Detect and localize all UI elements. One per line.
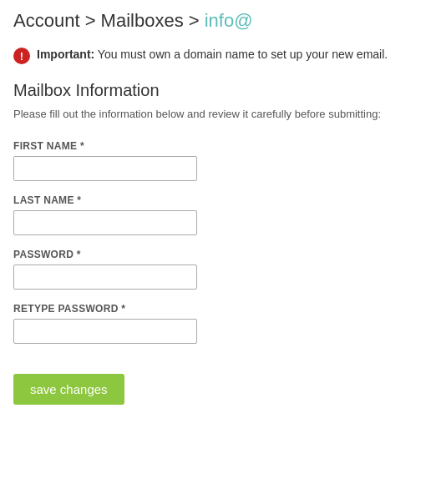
breadcrumb-account: Account (13, 10, 80, 31)
password-group: PASSWORD * (13, 249, 418, 290)
breadcrumb-current: info@ (205, 10, 253, 31)
password-input[interactable] (13, 265, 197, 290)
important-notice: ! Important: You must own a domain name … (13, 47, 418, 64)
retype-password-group: RETYPE PASSWORD * (13, 303, 418, 344)
breadcrumb-mailboxes: Mailboxes (101, 10, 184, 31)
last-name-input[interactable] (13, 210, 197, 235)
warning-icon: ! (13, 48, 30, 64)
first-name-input[interactable] (13, 156, 197, 181)
breadcrumb-sep1: > (85, 10, 101, 31)
retype-password-label: RETYPE PASSWORD * (13, 303, 418, 315)
page-wrapper: Account > Mailboxes > info@ ! Important:… (0, 0, 431, 421)
last-name-group: LAST NAME * (13, 194, 418, 235)
password-label: PASSWORD * (13, 249, 418, 260)
section-title: Mailbox Information (13, 81, 418, 100)
save-button[interactable]: save changes (13, 374, 124, 405)
first-name-group: FIRST NAME * (13, 140, 418, 181)
first-name-label: FIRST NAME * (13, 140, 418, 152)
important-text: Important: You must own a domain name to… (37, 47, 388, 63)
section-description: Please fill out the information below an… (13, 107, 418, 122)
important-label: Important: (37, 48, 94, 61)
retype-password-input[interactable] (13, 319, 197, 344)
mailbox-form: FIRST NAME * LAST NAME * PASSWORD * RETY… (13, 140, 418, 405)
important-message: You must own a domain name to set up you… (98, 48, 388, 61)
breadcrumb: Account > Mailboxes > info@ (13, 10, 418, 32)
breadcrumb-sep2: > (189, 10, 205, 31)
last-name-label: LAST NAME * (13, 194, 418, 206)
